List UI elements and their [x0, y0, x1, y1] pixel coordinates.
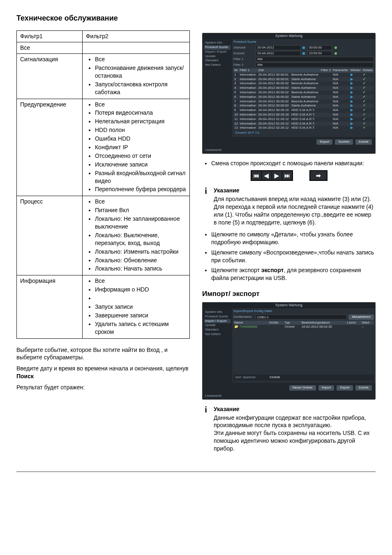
zurück-button[interactable]: Zurück [355, 385, 372, 391]
bullet-details: Щелкните по символу «Детали», чтобы узна… [211, 231, 376, 246]
filter1-select[interactable] [256, 57, 374, 62]
table-row[interactable]: 5Information20-04-2012 00:00:02Beende Au… [233, 90, 374, 95]
play-icon[interactable]: ▶ [350, 104, 362, 108]
table-row[interactable]: 10Information20-04-2012 00:26:18HDD S.M.… [233, 113, 374, 117]
import-button[interactable]: Import [318, 385, 334, 391]
sidebar-item[interactable]: Standard [204, 58, 231, 63]
play-icon[interactable]: ▶ [350, 113, 362, 117]
list-item: Локально: Выключение, перезапуск, вход, … [95, 231, 186, 247]
details-icon[interactable]: ✔ [362, 77, 374, 82]
table-row[interactable]: 9Information20-04-2012 00:26:19HDD S.M.A… [233, 108, 374, 113]
filter-all-cell: Все [17, 42, 83, 54]
right-column: System Wartung System InfoProtokoll Such… [202, 30, 376, 457]
calendar-icon[interactable] [302, 46, 305, 49]
sidebar-item[interactable]: Protokoll Suche [204, 45, 231, 50]
navigation-pager: ⏮◀▶⏭ [251, 170, 293, 181]
screenshot2-button-bar: Neuer OrdnerImportExportZurück [203, 383, 375, 393]
table-row[interactable]: 2Information20-04-2012 00:00:01Starte Au… [233, 77, 374, 82]
clock-icon[interactable] [334, 46, 337, 49]
calendar-icon[interactable] [302, 52, 305, 55]
suchen-button[interactable]: Suchen [335, 139, 353, 145]
start-date-input[interactable] [256, 45, 301, 50]
details-icon[interactable]: ✔ [362, 104, 374, 108]
table-row[interactable]: 13Information20-04-2012 02:26:12HDD S.M.… [233, 126, 374, 130]
sidebar-item[interactable]: System Info [204, 310, 231, 314]
details-icon[interactable]: ✔ [362, 126, 374, 130]
play-icon[interactable]: ▶ [350, 77, 362, 82]
screenshot1-log-table: NrFilter 1ZeitFilter 2ParameterWiederDet… [233, 68, 374, 130]
sidebar-item[interactable]: Update [204, 54, 231, 59]
list-item: Локально: Обновление [95, 257, 186, 264]
play-icon[interactable]: ▶ [350, 95, 362, 99]
screenshot1-tab[interactable]: Protokoll Suche [233, 40, 374, 44]
play-icon[interactable]: ▶ [350, 108, 362, 113]
clock-icon[interactable] [334, 52, 337, 55]
nav-button-3[interactable]: ▶ [272, 171, 282, 180]
details-icon[interactable]: ✔ [362, 99, 374, 104]
sidebar-item[interactable]: Standard [204, 328, 231, 332]
play-icon[interactable]: ▶ [350, 122, 362, 126]
table-row[interactable]: 4Information20-04-2012 00:00:02Starte Au… [233, 86, 374, 90]
export-button[interactable]: Export [316, 139, 332, 145]
start-time-input[interactable] [307, 45, 332, 50]
details-icon[interactable]: ✔ [362, 95, 374, 99]
device-select[interactable] [256, 314, 347, 319]
screenshot2-liveview[interactable]: Liveansicht [203, 393, 375, 399]
left-paragraph-3: Результат будет отражен: [16, 384, 190, 391]
table-row[interactable]: 12Information20-04-2012 01:26:12HDD S.M.… [233, 122, 374, 126]
table-row[interactable]: 6Information20-04-2012 00:00:02Starte Au… [233, 95, 374, 99]
details-icon[interactable]: ✔ [362, 73, 374, 77]
end-date-input[interactable] [256, 51, 301, 56]
list-item: Локально: Изменить настройки [95, 248, 186, 256]
nav-button-1[interactable]: ⏮ [251, 171, 262, 180]
details-icon[interactable]: ✔ [362, 90, 374, 95]
details-icon[interactable]: ✔ [362, 108, 374, 113]
section-import-export-title: Импорт/ экспорт [202, 289, 376, 299]
list-item [95, 294, 186, 302]
sidebar-item[interactable]: Update [204, 323, 231, 328]
details-icon[interactable]: ✔ [362, 113, 374, 117]
details-icon[interactable]: ✔ [362, 86, 374, 90]
export-button[interactable]: Export [337, 385, 353, 391]
play-icon[interactable]: ▶ [350, 86, 362, 90]
screenshot1-liveview[interactable]: Liveansicht [203, 147, 375, 153]
list-item: Потеря видеосигнала [95, 109, 186, 117]
nav-button-4[interactable]: ⏭ [282, 171, 292, 180]
table-row[interactable]: 1Information20-04-2012 00:00:01Beende Au… [233, 73, 374, 77]
nav-button-2[interactable]: ◀ [262, 171, 272, 180]
list-item: Отсоединено от сети [95, 152, 186, 160]
filter2-select[interactable] [256, 62, 374, 67]
table-row[interactable]: 3Information20-04-2012 00:00:02Beende Au… [233, 81, 374, 86]
screenshot2-tab[interactable]: Import/Export Konfig Datei [233, 310, 374, 313]
sidebar-item[interactable]: Net Detect [204, 332, 231, 337]
end-time-input[interactable] [307, 51, 332, 56]
details-icon[interactable]: ✔ [362, 117, 374, 122]
play-icon[interactable]: ▶ [350, 73, 362, 77]
play-icon[interactable]: ▶ [350, 99, 362, 104]
table-row[interactable]: 8Information20-04-2012 00:00:02Starte Au… [233, 104, 374, 108]
list-item: Распознавание движения запуск/остановка [95, 64, 186, 80]
neuer-ordner-button[interactable]: Neuer Ordner [289, 385, 316, 391]
play-icon[interactable]: ▶ [350, 117, 362, 122]
details-icon[interactable]: ✔ [362, 122, 374, 126]
list-item: Завершение записи [95, 312, 186, 319]
note2-body-b: Эти данные могут быть сохранены на носит… [214, 429, 376, 453]
play-icon[interactable]: ▶ [350, 81, 362, 86]
list-item: Ошибка HDD [95, 135, 186, 143]
sidebar-item[interactable]: Net Detect [204, 63, 231, 67]
zurück-button[interactable]: Zurück [355, 139, 372, 145]
sidebar-item[interactable]: Import / Export [204, 319, 231, 324]
navigation-go-button[interactable]: ➡ [309, 170, 327, 181]
table-row[interactable]: 📁 TVHD80000 Ordner 16-02-2012 08:02:30 – [233, 325, 374, 329]
play-icon[interactable]: ▶ [350, 126, 362, 130]
sidebar-item[interactable]: Protokoll Suche [204, 314, 231, 319]
sidebar-item[interactable]: Import / Export [204, 50, 231, 54]
table-row[interactable]: 7Information20-04-2012 00:00:02Beende Au… [233, 99, 374, 104]
refresh-button[interactable]: Aktualisieren [348, 314, 374, 320]
sidebar-item[interactable]: System Info [204, 41, 231, 45]
play-icon[interactable]: ▶ [350, 90, 362, 95]
navigation-bar: ⏮◀▶⏭ ➡ [202, 170, 376, 181]
list-item: Переполнение буфера рекордера [95, 185, 186, 193]
table-row[interactable]: 11Information20-04-2012 01:26:12HDD S.M.… [233, 117, 374, 122]
details-icon[interactable]: ✔ [362, 81, 374, 86]
